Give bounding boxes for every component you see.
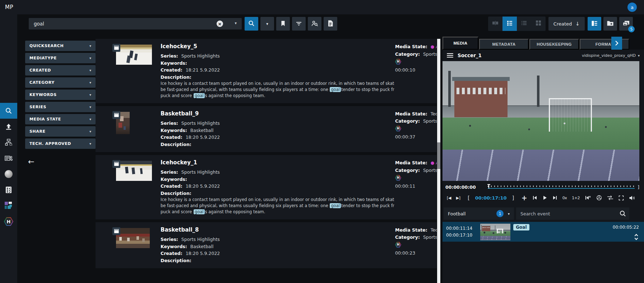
event-tc-out: 00:00:17:10 bbox=[446, 232, 472, 239]
search-history-caret-icon[interactable]: ▾ bbox=[235, 21, 237, 26]
set-out-button[interactable]: ] bbox=[510, 192, 516, 203]
search-button[interactable] bbox=[245, 17, 258, 31]
play-button[interactable] bbox=[540, 192, 550, 203]
skip-end-button[interactable] bbox=[550, 192, 560, 203]
field-value: Basketball bbox=[190, 244, 214, 249]
tab-housekeeping[interactable]: HOUSEKEEPING bbox=[529, 39, 579, 50]
filter-share[interactable]: SHARE▾ bbox=[25, 126, 96, 137]
volume-button[interactable] bbox=[626, 192, 638, 203]
chevron-down-icon[interactable] bbox=[635, 237, 638, 240]
filter-media-state[interactable]: MEDIA STATE▾ bbox=[25, 114, 96, 124]
event-thumbnail bbox=[480, 224, 510, 240]
timeline-scrubber[interactable] bbox=[488, 184, 635, 190]
document-search-button[interactable] bbox=[324, 17, 337, 31]
chevron-down-icon: ▾ bbox=[508, 212, 510, 216]
filter-label: MEDIA STATE bbox=[29, 117, 61, 122]
set-in-button[interactable]: [ bbox=[465, 192, 472, 203]
search-input[interactable] bbox=[29, 18, 242, 29]
playhead[interactable] bbox=[488, 184, 489, 188]
field-value: Basketball bbox=[190, 128, 214, 133]
view-detail-list-button[interactable] bbox=[502, 17, 517, 31]
result-item[interactable]: Icehockey_5Series: Sports HighlightsKeyw… bbox=[96, 39, 437, 103]
event-category-select[interactable]: Football 1 ▾ bbox=[444, 207, 514, 220]
nav-wiki[interactable] bbox=[0, 166, 17, 182]
user-avatar[interactable]: a bbox=[627, 3, 637, 12]
nav-tasks[interactable] bbox=[0, 182, 17, 198]
shuffle-button[interactable] bbox=[604, 192, 616, 203]
collections-button[interactable]: 5 bbox=[619, 17, 633, 31]
step-to-out-button[interactable]: ▶] bbox=[454, 192, 463, 203]
tabs-scroll-right-button[interactable] bbox=[611, 37, 622, 50]
event-search-input[interactable] bbox=[516, 207, 629, 220]
step-to-in-button[interactable]: [◀ bbox=[444, 192, 454, 203]
search-options-button[interactable]: ▾ bbox=[260, 17, 274, 31]
field-label: Created: bbox=[161, 183, 182, 189]
result-item[interactable]: Basketball_9Series: Sports HighlightsKey… bbox=[96, 106, 437, 152]
audio-channels-indicator[interactable]: 1+2 bbox=[569, 192, 582, 203]
view-split-button[interactable] bbox=[488, 17, 502, 31]
field-value: Sports Highlights bbox=[181, 120, 220, 126]
filter-mediatype[interactable]: MEDIATYPE▾ bbox=[25, 53, 96, 63]
media-export-icon bbox=[4, 154, 13, 162]
toggle-right-panel-button[interactable] bbox=[588, 17, 601, 31]
video-viewport[interactable] bbox=[443, 61, 639, 181]
clear-search-icon[interactable]: × bbox=[217, 20, 223, 27]
proxy-selector[interactable]: vidispine_video_proxy_qHD▾ bbox=[582, 53, 640, 58]
results-list: Icehockey_5Series: Sports HighlightsKeyw… bbox=[96, 39, 437, 268]
search-icon bbox=[619, 210, 626, 217]
search-field: × ▾ bbox=[29, 18, 242, 29]
nav-h-app[interactable]: H bbox=[0, 214, 17, 229]
view-grid-button[interactable] bbox=[531, 17, 546, 31]
search-icon bbox=[248, 20, 255, 28]
filter-created[interactable]: CREATED▾ bbox=[25, 65, 96, 76]
nav-apps[interactable] bbox=[0, 198, 17, 214]
filter-button[interactable] bbox=[292, 17, 306, 31]
scrollbar-thumb[interactable] bbox=[437, 142, 440, 169]
proxy-label: vidispine_video_proxy_qHD bbox=[582, 53, 636, 58]
add-folder-button[interactable] bbox=[603, 17, 617, 31]
field-label: Keywords: bbox=[161, 128, 187, 133]
collapse-filters-button[interactable]: ← bbox=[28, 158, 34, 166]
filter-keywords[interactable]: KEYWORDS▾ bbox=[25, 90, 96, 100]
nav-search[interactable] bbox=[0, 103, 17, 119]
result-item[interactable]: Icehockey_1Series: Sports HighlightsKeyw… bbox=[96, 155, 437, 219]
results-scrollbar[interactable] bbox=[437, 39, 440, 283]
film-icon bbox=[112, 160, 120, 168]
detail-list-icon bbox=[506, 19, 513, 28]
filter-tech-approved[interactable]: TECH. APPROVED▾ bbox=[25, 138, 96, 149]
result-field-series: Series: Sports Highlights bbox=[161, 120, 394, 127]
sort-button[interactable]: Created ↓ bbox=[548, 17, 585, 31]
fullscreen-button[interactable] bbox=[616, 192, 626, 203]
user-search-button[interactable] bbox=[308, 17, 321, 31]
shutter-button[interactable] bbox=[594, 192, 604, 203]
search-highlight: goal bbox=[330, 203, 341, 208]
event-row[interactable]: 00:00:11:1400:00:17:10Goal00:00:05:22 bbox=[443, 222, 644, 242]
tab-metadata[interactable]: METADATA bbox=[479, 39, 529, 50]
result-field-created: Created: 18:20 5.9.2022 bbox=[161, 250, 394, 257]
bookmark-button[interactable] bbox=[276, 17, 290, 31]
filter-lines-icon bbox=[296, 20, 302, 28]
filter-label: CREATED bbox=[29, 68, 51, 73]
nav-upload[interactable] bbox=[0, 119, 17, 134]
tech-badge-row: H bbox=[395, 242, 437, 248]
add-marker-button[interactable]: + bbox=[519, 192, 530, 203]
event-bar: Football 1 ▾ bbox=[444, 207, 629, 220]
clip-menu-icon[interactable] bbox=[447, 52, 453, 59]
speed-indicator[interactable]: 0x bbox=[560, 192, 570, 203]
nav-workflow[interactable] bbox=[0, 134, 17, 150]
skip-start-button[interactable] bbox=[530, 192, 540, 203]
filter-series[interactable]: SERIES▾ bbox=[25, 102, 96, 112]
tab-media[interactable]: MEDIA bbox=[443, 37, 478, 50]
apps-mosaic-icon bbox=[5, 202, 13, 210]
filter-quicksearch[interactable]: QUICKSEARCH▾ bbox=[25, 41, 96, 51]
result-thumbnail bbox=[116, 161, 152, 181]
event-category-label: Football bbox=[448, 211, 465, 216]
view-list-button[interactable] bbox=[517, 17, 531, 31]
result-item[interactable]: Basketball_8Series: Sports HighlightsKey… bbox=[96, 222, 437, 268]
field-label: Category: bbox=[395, 168, 420, 173]
nav-export[interactable] bbox=[0, 150, 17, 166]
filters-panel: QUICKSEARCH▾MEDIATYPE▾CREATED▾CATEGORY▾K… bbox=[25, 41, 96, 149]
filter-category[interactable]: CATEGORY▾ bbox=[25, 77, 96, 88]
person-search-icon bbox=[311, 20, 318, 28]
loop-mute-button[interactable] bbox=[582, 192, 594, 203]
